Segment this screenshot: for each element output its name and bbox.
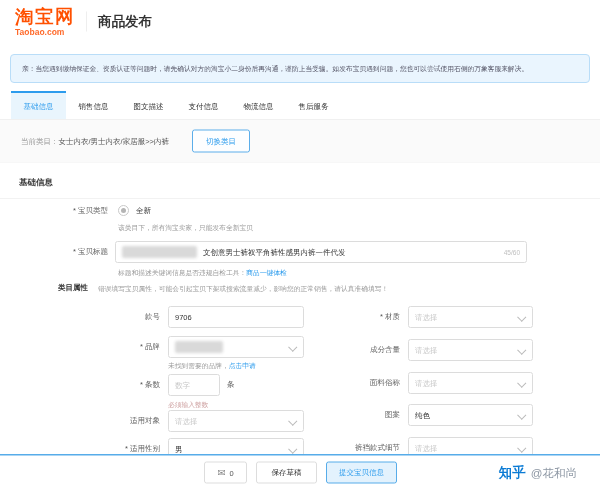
tab-label: 基础信息 bbox=[24, 102, 54, 111]
censored-text-blur bbox=[175, 341, 223, 353]
taobao-logo-en: Taobao.com bbox=[15, 28, 75, 37]
fabric-name-select[interactable]: 请选择 bbox=[408, 372, 533, 394]
draft-count-button[interactable]: ✉ 0 bbox=[204, 462, 247, 484]
condition-new-radio[interactable] bbox=[118, 205, 129, 216]
required-asterisk: * bbox=[73, 206, 76, 215]
one-click-check-link[interactable]: 商品一键体检 bbox=[246, 269, 287, 277]
piece-count-label: *条数 bbox=[0, 380, 160, 390]
tab-after-sales[interactable]: 售后服务 bbox=[286, 91, 341, 119]
chevron-down-icon bbox=[517, 411, 526, 420]
switch-category-button[interactable]: 切换类目 bbox=[192, 130, 250, 153]
header-divider bbox=[86, 12, 87, 32]
tab-description[interactable]: 图文描述 bbox=[121, 91, 176, 119]
tab-basic-info[interactable]: 基础信息 bbox=[11, 91, 66, 119]
applicable-target-value: 请选择 bbox=[175, 416, 198, 426]
submit-item-button[interactable]: 提交宝贝信息 bbox=[326, 462, 397, 484]
category-attrs-label: 类目属性 bbox=[58, 283, 88, 293]
pattern-label: 图案 bbox=[280, 410, 400, 420]
current-category-label: 当前类目： bbox=[21, 136, 59, 146]
tab-sales-info[interactable]: 销售信息 bbox=[66, 91, 121, 119]
taobao-logo-cn: 淘宝网 bbox=[15, 7, 75, 26]
condition-new-label: 全新 bbox=[136, 206, 151, 216]
item-title-help-text: 标题和描述关键词信息是否违规自检工具： bbox=[118, 269, 246, 277]
tab-label: 物流信息 bbox=[244, 102, 274, 111]
tab-payment-info[interactable]: 支付信息 bbox=[176, 91, 231, 119]
pattern-select[interactable]: 纯色 bbox=[408, 404, 533, 426]
zhihu-logo: 知乎 bbox=[499, 464, 526, 482]
chevron-down-icon bbox=[517, 313, 526, 322]
item-title-label: *宝贝标题 bbox=[0, 247, 108, 257]
item-type-help: 该类目下，所有淘宝卖家，只能发布全新宝贝 bbox=[118, 223, 253, 232]
piece-count-input[interactable]: 数字 bbox=[168, 374, 220, 396]
current-category-path: 女士内衣/男士内衣/家居服>>内裤 bbox=[59, 136, 169, 146]
chevron-down-icon bbox=[517, 346, 526, 355]
envelope-icon: ✉ bbox=[217, 468, 225, 478]
tab-label: 销售信息 bbox=[79, 102, 109, 111]
material-label: *材质 bbox=[280, 312, 400, 322]
fabric-name-value: 请选择 bbox=[415, 378, 438, 388]
required-asterisk: * bbox=[73, 247, 76, 256]
required-asterisk: * bbox=[125, 444, 128, 453]
brand-help-text: 未找到需要的品牌， bbox=[168, 362, 229, 370]
piece-count-validation: 必须输入整数 bbox=[168, 400, 209, 409]
pattern-value: 纯色 bbox=[415, 410, 430, 420]
material-value: 请选择 bbox=[415, 312, 438, 322]
style-number-label: 款号 bbox=[0, 312, 160, 322]
required-asterisk: * bbox=[380, 312, 383, 321]
tab-label: 售后服务 bbox=[299, 102, 329, 111]
item-title-help: 标题和描述关键词信息是否违规自检工具：商品一键体检 bbox=[118, 268, 287, 277]
style-detail-label: 裤裆款式细节 bbox=[280, 443, 400, 453]
header: 淘宝网 Taobao.com 商品发布 bbox=[0, 0, 600, 43]
title-char-counter: 45/60 bbox=[504, 248, 520, 256]
item-title-value: 文创意男士裤衩平角裤性感男内裤一件代发 bbox=[203, 247, 346, 257]
taobao-publish-page: 淘宝网 Taobao.com 商品发布 亲：当您遇到缴纳保证金、资质认证等问题时… bbox=[0, 0, 600, 488]
brand-help: 未找到需要的品牌，点击申请 bbox=[168, 361, 256, 370]
tab-label: 图文描述 bbox=[134, 102, 164, 111]
current-category-bar: 当前类目： 女士内衣/男士内衣/家居服>>内裤 切换类目 bbox=[0, 120, 600, 163]
section-divider bbox=[0, 198, 600, 199]
watermark-author: @花和尚 bbox=[531, 465, 577, 481]
tab-label: 支付信息 bbox=[189, 102, 219, 111]
footer-action-bar: ✉ 0 保存草稿 提交宝贝信息 知乎 @花和尚 bbox=[0, 454, 600, 488]
applicable-target-label: 适用对象 bbox=[0, 416, 160, 426]
item-title-input[interactable]: 文创意男士裤衩平角裤性感男内裤一件代发 45/60 bbox=[115, 241, 527, 263]
fabric-name-label: 面料俗称 bbox=[280, 378, 400, 388]
style-detail-value: 请选择 bbox=[415, 443, 438, 453]
page-title: 商品发布 bbox=[98, 13, 152, 31]
required-asterisk: * bbox=[140, 380, 143, 389]
applicable-gender-label: *适用性别 bbox=[0, 444, 160, 454]
taobao-logo[interactable]: 淘宝网 Taobao.com bbox=[15, 7, 75, 37]
composition-select[interactable]: 请选择 bbox=[408, 339, 533, 361]
apply-brand-link[interactable]: 点击申请 bbox=[229, 362, 256, 370]
notice-text: 亲：当您遇到缴纳保证金、资质认证等问题时，请先确认对方的淘宝小二身份后再沟通，谨… bbox=[22, 64, 528, 73]
save-draft-button[interactable]: 保存草稿 bbox=[256, 462, 317, 484]
piece-count-unit: 条 bbox=[227, 380, 235, 390]
composition-value: 请选择 bbox=[415, 345, 438, 355]
style-number-value: 9706 bbox=[175, 313, 192, 322]
tab-logistics-info[interactable]: 物流信息 bbox=[231, 91, 286, 119]
required-asterisk: * bbox=[140, 342, 143, 351]
composition-label: 成分含量 bbox=[280, 345, 400, 355]
chevron-down-icon bbox=[517, 379, 526, 388]
chevron-down-icon bbox=[517, 444, 526, 453]
brand-label: *品牌 bbox=[0, 342, 160, 352]
tab-bar: 基础信息 销售信息 图文描述 支付信息 物流信息 售后服务 bbox=[0, 91, 600, 120]
draft-count-value: 0 bbox=[229, 468, 233, 477]
censored-text-blur bbox=[122, 246, 197, 258]
section-title-basic-info: 基础信息 bbox=[19, 176, 53, 188]
watermark: 知乎 @花和尚 bbox=[499, 464, 577, 482]
applicable-gender-value: 男 bbox=[175, 444, 183, 454]
piece-count-placeholder: 数字 bbox=[175, 380, 190, 390]
category-attrs-help: 错误填写宝贝属性，可能会引起宝贝下架或搜索流量减少，影响您的正常销售，请认真准确… bbox=[98, 284, 388, 293]
material-select[interactable]: 请选择 bbox=[408, 306, 533, 328]
security-notice-banner: 亲：当您遇到缴纳保证金、资质认证等问题时，请先确认对方的淘宝小二身份后再沟通，谨… bbox=[10, 54, 590, 83]
item-type-label: *宝贝类型 bbox=[0, 206, 108, 216]
